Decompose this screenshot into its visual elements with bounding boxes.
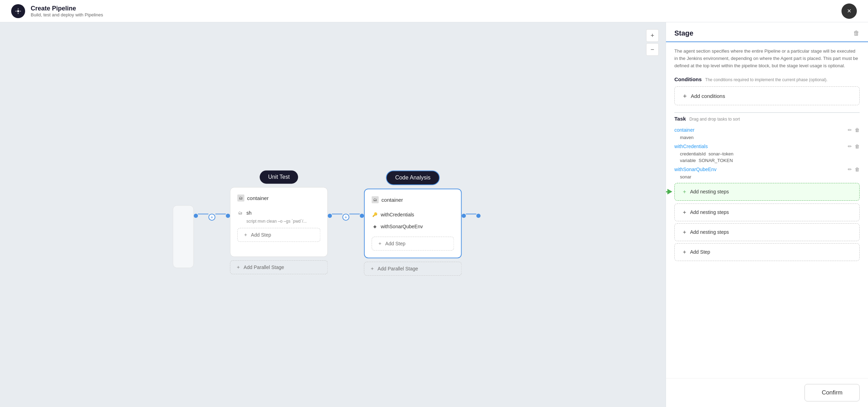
connector-dot-3a <box>462 214 466 218</box>
connector-dot-1 <box>194 214 198 218</box>
add-stage-btn-1[interactable]: + <box>208 214 215 221</box>
arrow-head <box>667 189 672 194</box>
container-icon-1: 🗂 <box>237 194 244 201</box>
task-sonar-param: sonar <box>674 174 860 180</box>
task-container-actions: ✏ 🗑 <box>848 127 860 133</box>
app-logo <box>11 4 25 18</box>
task-with-credentials: withCredentials ✏ 🗑 credentialsId sonar–… <box>674 142 860 164</box>
add-nesting-steps-btn-2[interactable]: ＋ Add nesting steps <box>674 204 860 221</box>
connector-1: + <box>194 170 230 221</box>
svg-point-0 <box>17 10 19 12</box>
task-sonar-actions: ✏ 🗑 <box>848 167 860 172</box>
stage-label-unit-test[interactable]: Unit Test <box>260 170 298 184</box>
connector-dot-3b <box>476 214 480 218</box>
add-nesting-steps-btn-1[interactable]: ＋ Add nesting steps <box>674 183 860 201</box>
header-subtitle: Build, test and deploy with Pipelines <box>31 12 103 17</box>
pipeline-canvas: + − + Unit Test <box>0 22 666 407</box>
side-panel: Stage 🗑 The agent section specifies wher… <box>666 22 868 407</box>
zoom-out-button[interactable]: − <box>646 43 659 56</box>
task-desc: Drag and drop tasks to sort <box>689 117 740 122</box>
header-left: Create Pipeline Build, test and deploy w… <box>11 4 103 18</box>
header-text: Create Pipeline Build, test and deploy w… <box>31 5 103 17</box>
task-container-name[interactable]: container ✏ 🗑 <box>674 126 860 134</box>
add-stage-btn-2[interactable]: + <box>342 214 349 221</box>
task-sonar-qube: withSonarQubeEnv ✏ 🗑 sonar <box>674 165 860 180</box>
stage-unit-test: Unit Test 🗂 container 🗂 sh script mvn cl… <box>230 170 328 274</box>
panel-title: Stage <box>674 29 693 37</box>
add-step-panel-btn[interactable]: ＋ Add Step <box>674 243 860 261</box>
sh-icon: 🗂 <box>237 210 244 216</box>
panel-delete-button[interactable]: 🗑 <box>853 30 860 37</box>
conditions-section-header: Conditions The conditions required to im… <box>674 76 860 82</box>
step-with-credentials: 🔑 withCredentials <box>372 209 454 221</box>
task-title: Task <box>674 116 686 122</box>
header-title: Create Pipeline <box>31 5 103 12</box>
panel-body: The agent section specifies where the en… <box>666 42 868 378</box>
panel-header: Stage 🗑 <box>666 22 868 42</box>
task-container-delete-btn[interactable]: 🗑 <box>855 127 860 133</box>
task-container: container ✏ 🗑 maven <box>674 126 860 141</box>
container-icon-2: 🗂 <box>372 196 379 203</box>
panel-description: The agent section specifies where the en… <box>674 48 860 69</box>
partial-stage-card <box>173 205 194 268</box>
stage-card-unit-test[interactable]: 🗂 container 🗂 sh script mvn clean –o –gs… <box>230 187 328 257</box>
task-credentials-name[interactable]: withCredentials ✏ 🗑 <box>674 142 860 151</box>
connector-dot-2b <box>360 214 364 218</box>
task-sonar-name[interactable]: withSonarQubeEnv ✏ 🗑 <box>674 165 860 174</box>
stage-code-analysis: Code Analysis 🗂 container 🔑 withCredenti… <box>364 170 462 276</box>
partial-left <box>173 170 194 268</box>
task-container-param-maven: maven <box>674 134 860 141</box>
divider-1 <box>674 112 860 113</box>
arrow-indicator <box>666 189 672 194</box>
sh-params: script mvn clean –o –gs `pwd`/... <box>246 219 320 224</box>
panel-footer: Confirm <box>666 378 868 407</box>
task-section-header: Task Drag and drop tasks to sort <box>674 116 860 122</box>
connector-line-1b <box>215 214 226 214</box>
add-step-btn-unit-test[interactable]: ＋ Add Step <box>237 228 320 242</box>
task-sonar-edit-btn[interactable]: ✏ <box>848 167 852 172</box>
task-credentials-edit-btn[interactable]: ✏ <box>848 144 852 149</box>
stage-label-code-analysis[interactable]: Code Analysis <box>386 170 440 185</box>
zoom-controls: + − <box>646 29 659 56</box>
connector-dot-2a <box>328 214 332 218</box>
connector-2: + <box>328 170 364 221</box>
connector-dot-1b <box>226 214 230 218</box>
stage-card-header-code-analysis: 🗂 container <box>372 196 454 203</box>
add-step-btn-code-analysis[interactable]: ＋ Add Step <box>372 237 454 251</box>
stage-card-code-analysis[interactable]: 🗂 container 🔑 withCredentials ◆ withSona… <box>364 189 462 258</box>
connector-line-3a <box>466 214 476 214</box>
step-sonar-qube: ◆ withSonarQubeEnv <box>372 221 454 232</box>
conditions-title: Conditions <box>674 76 702 82</box>
header: Create Pipeline Build, test and deploy w… <box>0 0 868 22</box>
pipeline-layout: + Unit Test 🗂 container 🗂 sh script m <box>173 170 480 276</box>
add-nesting-steps-wrapper: ＋ Add nesting steps <box>674 183 860 201</box>
task-credentials-param-id: credentialsId sonar–token <box>674 151 860 157</box>
add-nesting-steps-btn-3[interactable]: ＋ Add nesting steps <box>674 223 860 241</box>
sonar-icon: ◆ <box>372 223 378 230</box>
credentials-icon: 🔑 <box>372 212 378 218</box>
task-credentials-param-var: variable SONAR_TOKEN <box>674 157 860 164</box>
stage-card-header-unit-test: 🗂 container <box>237 194 320 201</box>
close-button[interactable]: × <box>841 3 857 19</box>
zoom-in-button[interactable]: + <box>646 29 659 42</box>
add-conditions-button[interactable]: ＋ Add conditions <box>674 86 860 105</box>
task-container-edit-btn[interactable]: ✏ <box>848 127 852 133</box>
connector-line-1a <box>198 214 208 214</box>
task-credentials-actions: ✏ 🗑 <box>848 144 860 149</box>
task-sonar-delete-btn[interactable]: 🗑 <box>855 167 860 172</box>
connector-line-2a <box>332 214 342 214</box>
task-section: Task Drag and drop tasks to sort contain… <box>674 116 860 261</box>
connector-line-2b <box>349 214 360 214</box>
conditions-desc: The conditions required to implement the… <box>705 77 828 82</box>
step-sh: 🗂 sh <box>237 207 320 219</box>
add-parallel-unit-test[interactable]: ＋ Add Parallel Stage <box>230 260 328 274</box>
task-credentials-delete-btn[interactable]: 🗑 <box>855 144 860 149</box>
add-parallel-code-analysis[interactable]: ＋ Add Parallel Stage <box>364 262 462 276</box>
confirm-button[interactable]: Confirm <box>805 384 860 401</box>
connector-3 <box>462 170 480 218</box>
main-layout: + − + Unit Test <box>0 22 868 407</box>
